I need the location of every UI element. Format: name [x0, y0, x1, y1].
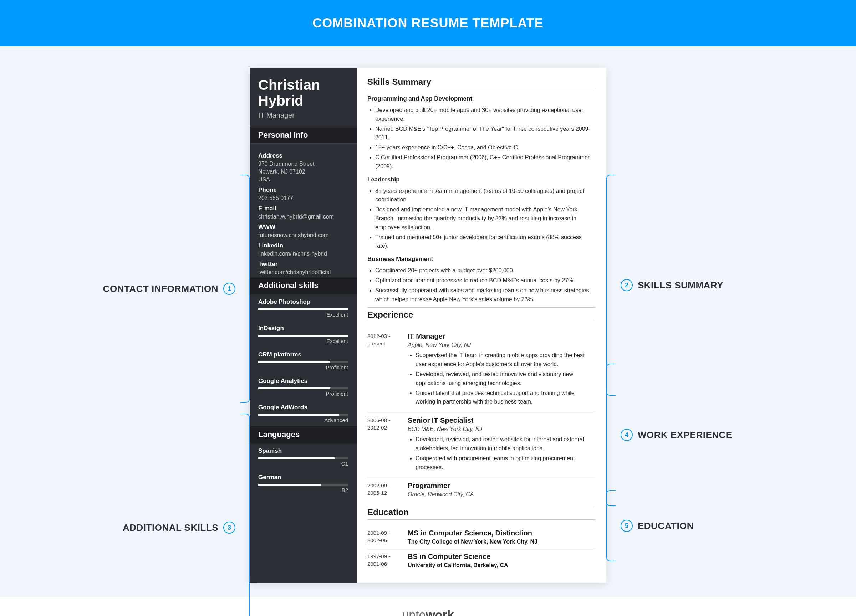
callout-badge: 2 — [620, 279, 633, 291]
skill-item: SpanishC1 — [250, 443, 357, 470]
skill-bar — [258, 308, 348, 310]
info-value: christian.w.hybrid@gmail.com — [258, 214, 348, 220]
education-section: 2001-09 - 2002-06MS in Computer Science,… — [367, 525, 596, 572]
skill-bar — [258, 484, 348, 485]
person-name: Christian Hybrid — [258, 77, 348, 108]
experience-section: 2012-03 - presentIT ManagerApple, New Yo… — [367, 328, 596, 505]
info-value: Newark, NJ 07102 — [258, 169, 348, 175]
experience-date: 2006-08 - 2012-02 — [367, 416, 401, 473]
bracket-icon — [606, 490, 616, 561]
list-item: Coordinated 20+ projects with a budget o… — [375, 266, 596, 275]
skills-group-title: Programming and App Development — [367, 95, 596, 102]
skill-name: German — [258, 474, 348, 481]
skill-name: Spanish — [258, 447, 348, 455]
info-label: LinkedIn — [258, 242, 348, 249]
skill-bar — [258, 414, 348, 416]
callout-badge: 5 — [620, 520, 633, 532]
education-date: 2001-09 - 2002-06 — [367, 529, 401, 545]
skill-level: Proficient — [258, 364, 348, 370]
skill-level: Proficient — [258, 391, 348, 397]
skill-bar-fill — [258, 335, 348, 336]
info-value: twitter.com/chrishybridofficial — [258, 269, 348, 276]
canvas: CONTACT INFORMATION 1 ADDITIONAL SKILLS … — [0, 46, 856, 597]
list-item: Developed, reviewed, and tested websites… — [416, 435, 596, 453]
list-item: Cooperated with procurement teams in opt… — [416, 454, 596, 472]
languages-block: SpanishC1GermanB2 — [250, 443, 357, 503]
callout-badge: 4 — [620, 429, 633, 441]
callout-label: CONTACT INFORMATION — [103, 283, 218, 295]
skill-name: InDesign — [258, 325, 348, 332]
info-value: 202 555 0177 — [258, 195, 348, 201]
sidebar-header-personal: Personal Info — [250, 126, 357, 144]
education-body: BS in Computer ScienceUniversity of Cali… — [408, 553, 596, 568]
info-value: USA — [258, 177, 348, 183]
experience-title: Senior IT Specialist — [408, 416, 596, 425]
callout-work-experience: 4 WORK EXPERIENCE — [606, 364, 732, 506]
list-item: Guided talent that provides technical su… — [416, 389, 596, 407]
skill-item: Google AnalyticsProficient — [250, 373, 357, 399]
skill-name: Google AdWords — [258, 404, 348, 411]
list-item: Successfully cooperated with sales and m… — [375, 286, 596, 304]
info-label: Phone — [258, 186, 348, 194]
skills-group-list: Coordinated 20+ projects with a budget o… — [367, 266, 596, 304]
info-value: linkedin.com/in/chris-hybrid — [258, 250, 348, 257]
person-role: IT Manager — [258, 111, 348, 120]
info-label: Address — [258, 152, 348, 159]
sidebar-header-skills: Additional skills — [250, 277, 357, 294]
experience-date: 2002-09 - 2005-12 — [367, 482, 401, 501]
callout-additional-skills: ADDITIONAL SKILLS 3 — [123, 413, 250, 616]
skills-group-list: 8+ years experience in team management (… — [367, 187, 596, 251]
list-item: Named BCD M&E's "Top Programmer of The Y… — [375, 125, 596, 143]
skill-bar-fill — [258, 308, 348, 310]
skill-bar-fill — [258, 387, 330, 389]
education-row: 2001-09 - 2002-06MS in Computer Science,… — [367, 525, 596, 549]
skill-bar — [258, 387, 348, 389]
skill-level: Excellent — [258, 338, 348, 344]
callout-skills-summary: 2 SKILLS SUMMARY — [606, 175, 723, 396]
skill-item: Adobe PhotoshopExcellent — [250, 294, 357, 321]
info-value: 970 Drummond Street — [258, 161, 348, 167]
experience-body: Senior IT SpecialistBCD M&E, New York Ci… — [408, 416, 596, 473]
list-item: C Certified Professional Programmer (200… — [375, 153, 596, 171]
skill-item: Google AdWordsAdvanced — [250, 399, 357, 426]
bracket-icon — [606, 364, 616, 506]
list-item: Suppervised the IT team in creating mobi… — [416, 351, 596, 369]
experience-bullets: Suppervised the IT team in creating mobi… — [408, 351, 596, 406]
callout-label: WORK EXPERIENCE — [638, 430, 732, 441]
bracket-icon — [606, 175, 616, 396]
list-item: Trained and mentored 50+ junior develope… — [375, 233, 596, 251]
experience-body: IT ManagerApple, New York City, NJSupper… — [408, 332, 596, 407]
info-label: Twitter — [258, 261, 348, 268]
experience-company: Oracle, Redwood City, CA — [408, 491, 596, 498]
skill-bar-fill — [258, 414, 339, 416]
experience-row: 2006-08 - 2012-02Senior IT SpecialistBCD… — [367, 412, 596, 477]
experience-title: IT Manager — [408, 332, 596, 340]
resume-document: Christian Hybrid IT Manager Personal Inf… — [250, 68, 606, 583]
list-item: Developed, reviewed, and tested innovati… — [416, 370, 596, 388]
banner-title: COMBINATION RESUME TEMPLATE — [0, 0, 856, 46]
education-title: MS in Computer Science, Distinction — [408, 529, 596, 537]
skill-level: Excellent — [258, 312, 348, 318]
skill-bar-fill — [258, 484, 321, 485]
skills-group-title: Leadership — [367, 176, 596, 183]
experience-company: Apple, New York City, NJ — [408, 342, 596, 348]
education-school: University of California, Berkeley, CA — [408, 562, 596, 568]
heading-education: Education — [367, 505, 596, 520]
callout-label: EDUCATION — [638, 521, 694, 532]
additional-skills-block: Adobe PhotoshopExcellentInDesignExcellen… — [250, 294, 357, 426]
skill-bar — [258, 457, 348, 459]
skill-name: Google Analytics — [258, 378, 348, 385]
list-item: 8+ years experience in team management (… — [375, 187, 596, 204]
callout-education: 5 EDUCATION — [606, 490, 694, 561]
resume-main: Skills Summary Programming and App Devel… — [357, 68, 606, 583]
info-label: WWW — [258, 224, 348, 230]
experience-title: Programmer — [408, 482, 596, 490]
education-row: 1997-09 - 2001-06BS in Computer ScienceU… — [367, 549, 596, 572]
heading-skills-summary: Skills Summary — [367, 77, 596, 89]
skills-summary-section: Programming and App DevelopmentDeveloped… — [367, 95, 596, 304]
list-item: 15+ years experience in C/C++, Cocoa, an… — [375, 143, 596, 152]
experience-row: 2012-03 - presentIT ManagerApple, New Yo… — [367, 328, 596, 412]
education-school: The City College of New York, New York C… — [408, 539, 596, 545]
education-body: MS in Computer Science, DistinctionThe C… — [408, 529, 596, 545]
skills-group-title: Business Management — [367, 256, 596, 263]
